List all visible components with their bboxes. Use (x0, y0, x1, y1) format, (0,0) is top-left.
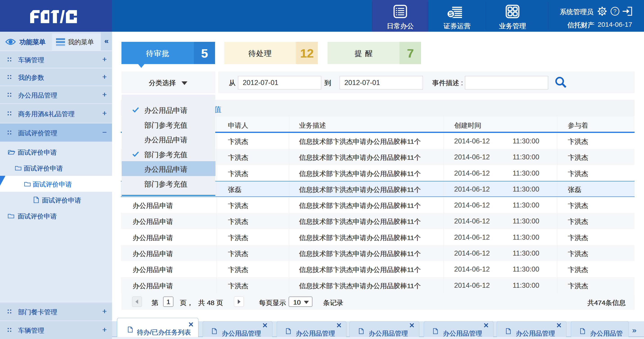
svg-text:?: ? (614, 8, 616, 14)
svg-text:S: S (449, 10, 452, 17)
